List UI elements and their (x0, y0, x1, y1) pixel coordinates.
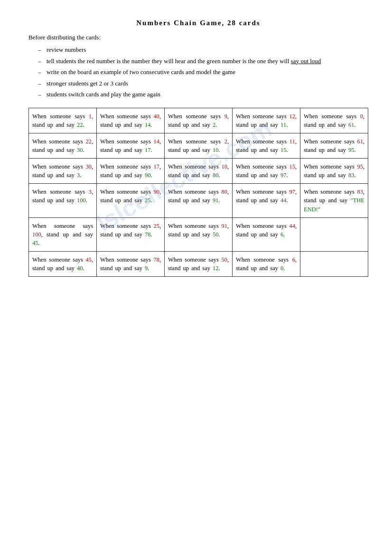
card-row3-col0: When someone says 3, stand up and say 10… (29, 184, 97, 217)
card-row3-col1: When someone says 90, stand up and say 2… (97, 184, 165, 217)
intro-text: Before distributing the cards: (28, 34, 368, 41)
card-row5-col3: When someone says 6, stand up and say 0. (233, 252, 300, 277)
card-row4-col2: When someone says 91, stand up and say 5… (165, 217, 233, 251)
card-row0-col0: When someone says 1, stand up and say 22… (29, 108, 97, 133)
card-row5-col0: When someone says 45, stand up and say 4… (29, 252, 97, 277)
card-row0-col4: When someone says 0, stand up and say 61… (300, 108, 368, 133)
card-row0-col1: When someone says 40, stand up and say 1… (97, 108, 165, 133)
card-row5-col1: When someone says 78, stand up and say 9… (97, 252, 165, 277)
card-row4-col1: When someone says 25, stand up and say 7… (97, 217, 165, 251)
card-row1-col3: When someone says 11, stand up and say 1… (233, 133, 300, 158)
card-row3-col2: When someone says 80, stand up and say 9… (165, 184, 233, 217)
card-row3-col3: When someone says 97, stand up and say 4… (233, 184, 300, 217)
card-row2-col1: When someone says 17, stand up and say 9… (97, 159, 165, 184)
page-title: Numbers Chain Game, 28 cards (28, 19, 368, 27)
card-row1-col4: When someone says 61, stand up and say 9… (300, 133, 368, 158)
card-row1-col0: When someone says 22, stand up and say 3… (29, 133, 97, 158)
card-row1-col2: When someone says 2, stand up and say 10… (165, 133, 233, 158)
instruction-1: review numbers (38, 45, 368, 55)
card-row0-col3: When someone says 12, stand up and say 1… (233, 108, 300, 133)
card-row4-col3: When someone says 44, stand up and say 6… (233, 217, 300, 251)
card-row4-col0: When someone says 100, stand up and say … (29, 217, 97, 251)
card-row1-col1: When someone says 14, stand up and say 1… (97, 133, 165, 158)
card-row5-col2: When someone says 50, stand up and say 1… (165, 252, 233, 277)
card-row2-col4: When someone says 95, stand up and say 8… (300, 159, 368, 184)
card-row2-col3: When someone says 15, stand up and say 9… (233, 159, 300, 184)
card-row4-col4 (300, 217, 368, 251)
card-row2-col2: When someone says 10, stand up and say 8… (165, 159, 233, 184)
instruction-4: stronger students get 2 or 3 cards (38, 79, 368, 88)
instruction-2: tell students the red number is the numb… (38, 56, 368, 66)
card-row5-col4 (300, 252, 368, 277)
card-grid: When someone says 1, stand up and say 22… (28, 108, 368, 277)
instruction-3: write on the board an example of two con… (38, 67, 368, 77)
card-row3-col4: When someone says 83, stand up and say "… (300, 184, 368, 217)
instructions-list: review numbers tell students the red num… (38, 45, 368, 99)
card-row0-col2: When someone says 9, stand up and say 2. (165, 108, 233, 133)
card-row2-col0: When someone says 30, stand up and say 3… (29, 159, 97, 184)
instruction-5: students switch cards and play the game … (38, 90, 368, 99)
